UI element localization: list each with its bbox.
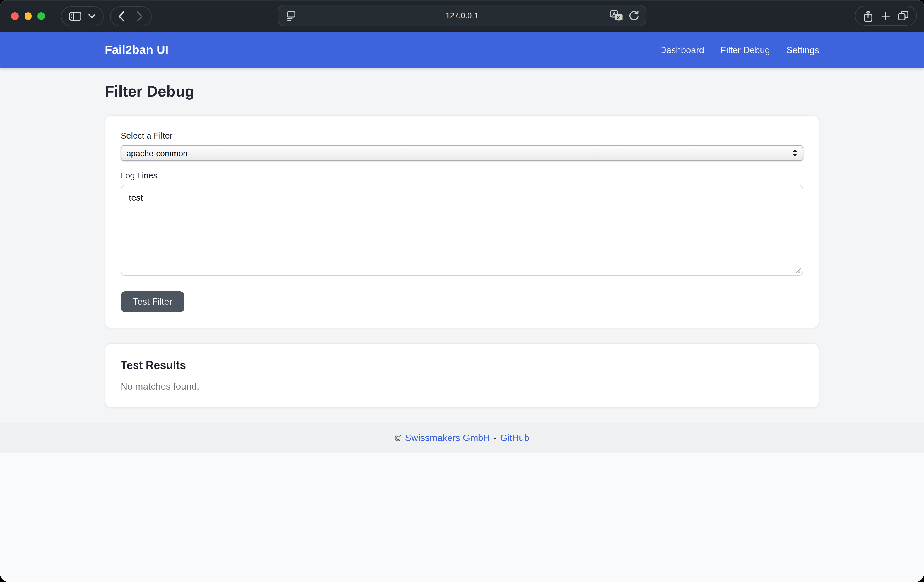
filter-form-card: Select a Filter apache-common Log Lines	[105, 115, 819, 328]
nav-link-filter-debug[interactable]: Filter Debug	[712, 40, 778, 60]
forward-button[interactable]	[131, 7, 148, 25]
chevron-down-icon	[88, 14, 95, 18]
browser-toolbar: 127.0.0.1 A x	[0, 0, 924, 32]
filter-select-value: apache-common	[127, 148, 188, 158]
select-arrows-icon	[792, 149, 797, 157]
back-chevron-icon	[118, 11, 125, 21]
new-tab-button[interactable]	[881, 12, 890, 20]
test-filter-button[interactable]: Test Filter	[120, 291, 185, 312]
filter-select-label: Select a Filter	[120, 131, 804, 140]
page-content: Filter Debug Select a Filter apache-comm…	[0, 68, 924, 423]
svg-text:x: x	[617, 15, 620, 20]
minimize-window-button[interactable]	[24, 13, 31, 20]
page-footer: © Swissmakers GmbH - GitHub	[0, 423, 924, 453]
sidebar-icon	[69, 12, 81, 21]
browser-window: 127.0.0.1 A x	[0, 0, 924, 582]
history-nav-group	[110, 6, 151, 26]
results-title: Test Results	[120, 359, 804, 372]
translate-icon[interactable]: A x	[610, 9, 623, 22]
brand-link[interactable]: Fail2ban UI	[105, 43, 168, 57]
results-message: No matches found.	[120, 381, 804, 392]
back-button[interactable]	[113, 7, 130, 25]
close-window-button[interactable]	[11, 13, 18, 20]
url-text: 127.0.0.1	[278, 11, 646, 20]
log-lines-label: Log Lines	[120, 171, 804, 180]
footer-separator: -	[493, 433, 497, 443]
viewport-empty-area	[0, 453, 924, 582]
nav-links: Dashboard Filter Debug Settings	[652, 40, 827, 60]
address-bar[interactable]: 127.0.0.1 A x	[277, 5, 647, 26]
filter-select[interactable]: apache-common	[120, 145, 804, 161]
forward-chevron-icon	[137, 11, 143, 21]
toolbar-actions-group	[855, 6, 917, 26]
page-title: Filter Debug	[105, 82, 819, 100]
app-navbar: Fail2ban UI Dashboard Filter Debug Setti…	[0, 32, 924, 68]
resize-handle-icon[interactable]	[795, 267, 801, 273]
page-format-icon[interactable]	[286, 10, 296, 21]
share-button[interactable]	[863, 10, 873, 22]
github-link[interactable]: GitHub	[500, 433, 529, 443]
screenshot-stage: 127.0.0.1 A x	[0, 0, 924, 582]
log-lines-textarea[interactable]: test	[120, 185, 804, 276]
reload-icon[interactable]	[628, 10, 639, 21]
nav-link-dashboard[interactable]: Dashboard	[652, 40, 712, 60]
test-results-card: Test Results No matches found.	[105, 344, 819, 408]
nav-link-settings[interactable]: Settings	[778, 40, 827, 60]
window-controls	[11, 13, 45, 20]
sidebar-toggle-button[interactable]	[61, 6, 103, 26]
zoom-window-button[interactable]	[38, 13, 45, 20]
tab-overview-button[interactable]	[898, 10, 909, 21]
company-link[interactable]: Swissmakers GmbH	[405, 433, 490, 443]
copyright-symbol: ©	[395, 433, 402, 443]
